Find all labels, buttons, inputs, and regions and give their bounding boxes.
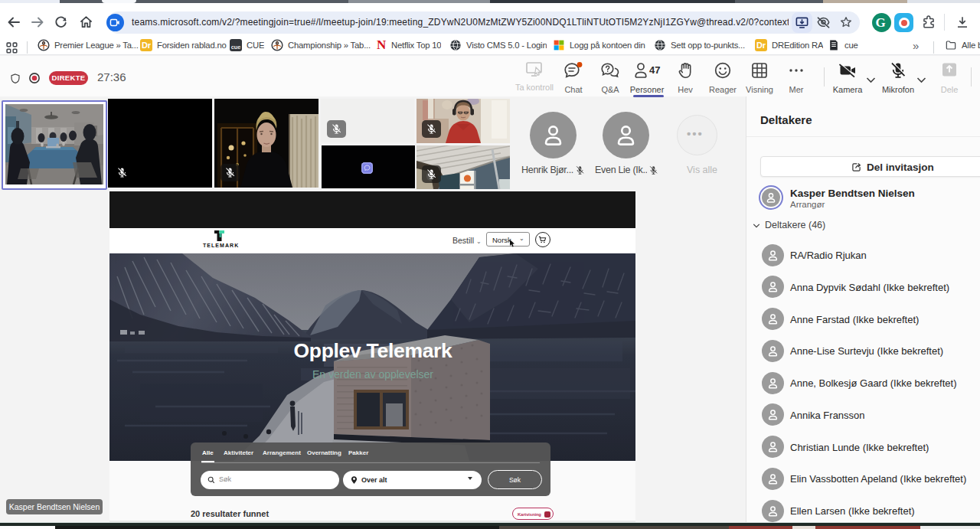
svg-text:En verden av opplevelser: En verden av opplevelser — [312, 368, 433, 380]
svg-text:Opplev Telemark: Opplev Telemark — [293, 339, 452, 362]
svg-text:47: 47 — [649, 64, 660, 76]
